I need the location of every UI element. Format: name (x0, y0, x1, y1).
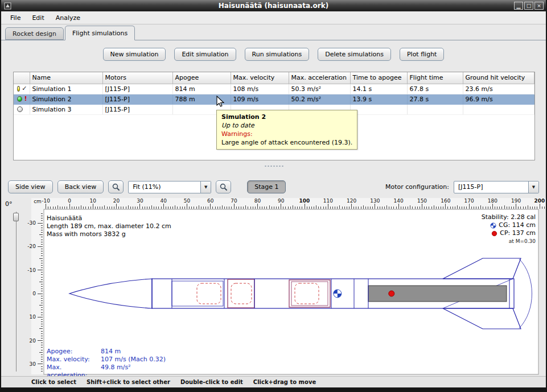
cell-max-acceleration: 50.2 m/s² (289, 94, 350, 104)
plot-flight-button[interactable]: Plot flight (400, 48, 444, 61)
cell-ground-hit-velocity: 96.9 m/s (463, 94, 534, 104)
window-icon (4, 2, 11, 10)
ruler-label: 0 (32, 291, 36, 296)
column-header-status[interactable] (14, 72, 30, 84)
window-title: Haisunäätä (haisunaata.ork) (1, 2, 546, 10)
chevron-down-icon[interactable]: ▼ (200, 181, 211, 193)
ruler-label: 50 (184, 198, 191, 204)
side-view-button[interactable]: Side view (8, 180, 53, 193)
minimize-button[interactable]: ▁ (514, 2, 523, 10)
new-simulation-button[interactable]: New simulation (103, 48, 166, 61)
tab-flight-simulations[interactable]: Flight simulations (65, 26, 135, 40)
column-header-time-to-apogee[interactable]: Time to apogee (350, 72, 407, 84)
delete-simulations-button[interactable]: Delete simulations (318, 48, 391, 61)
cell-flight-time: 27.8 s (407, 94, 463, 104)
rocket-info: Haisunäätä Length 189 cm, max. diameter … (47, 214, 171, 238)
cell-max-acceleration: 50.3 m/s² (289, 84, 350, 94)
title-bar[interactable]: Haisunäätä (haisunaata.ork) ▁ □ × (1, 0, 546, 11)
ruler-label: 170 (464, 198, 474, 204)
mach-condition: at M=0.30 (482, 237, 536, 245)
zoom-level-value: Fit (11%) (129, 183, 200, 191)
split-pane-divider[interactable] (1, 163, 546, 170)
ruler-label: 80 (254, 198, 261, 204)
menu-item-edit[interactable]: Edit (26, 13, 50, 23)
chevron-down-icon[interactable]: ▼ (528, 181, 538, 193)
magnifier-icon (112, 183, 120, 191)
column-header-max-velocity[interactable]: Max. velocity (231, 72, 289, 84)
ruler-label: 200 (534, 198, 545, 204)
ruler-label: 160 (441, 198, 450, 204)
column-header-apogee[interactable]: Apogee (172, 72, 231, 84)
cell-name: Simulation 3 (30, 104, 102, 114)
status-cell (14, 104, 30, 114)
mouse-cursor (215, 96, 226, 107)
cg-value: CG: 114 cm (499, 221, 536, 229)
splitter-handle-icon (264, 165, 283, 167)
stage-1-toggle[interactable]: Stage 1 (247, 180, 286, 193)
ruler-label: 20 (30, 338, 36, 344)
ruler-label: 140 (394, 198, 404, 204)
close-button[interactable]: × (534, 2, 544, 10)
rocket-view-area: cm -100102030405060708090100110120130140… (1, 198, 546, 376)
ruler-label: -10 (27, 267, 36, 273)
menu-item-analyze[interactable]: Analyze (50, 13, 86, 23)
edit-simulation-button[interactable]: Edit simulation (174, 48, 236, 61)
zoom-in-button[interactable] (108, 180, 124, 193)
cell-name: Simulation 1 (30, 84, 102, 94)
maximize-button[interactable]: □ (524, 2, 533, 10)
column-header-ground-hit-velocity[interactable]: Ground hit velocity (463, 72, 534, 84)
rotation-slider[interactable] (13, 212, 19, 372)
status-hint: Shift+click to select other (87, 379, 170, 385)
menu-bar: FileEditAnalyze (1, 11, 546, 24)
status-ball-icon (17, 86, 20, 92)
max-velocity-label: Max. velocity: (47, 356, 101, 364)
simulation-row[interactable]: !Simulation 2[J115-P]788 m109 m/s50.2 m/… (14, 94, 534, 104)
menu-item-file[interactable]: File (5, 13, 26, 23)
column-header-flight-time[interactable]: Flight time (407, 72, 463, 84)
status-cell: ✓ (14, 84, 30, 94)
ruler-label: 110 (323, 198, 333, 204)
slider-handle[interactable] (13, 213, 19, 221)
cell-motors: [J115-P] (102, 94, 172, 104)
rocket-dimensions: Length 189 cm, max. diameter 10.2 cm (47, 222, 171, 230)
zoom-fit-button[interactable] (216, 180, 231, 193)
zoom-level-select[interactable]: Fit (11%) ▼ (128, 181, 211, 193)
rocket-mass: Mass with motors 3832 g (47, 230, 171, 238)
column-header-name[interactable]: Name (30, 72, 102, 84)
stability-value: Stability: 2.28 cal (482, 213, 536, 221)
simulation-toolbar: New simulationEdit simulationRun simulat… (1, 48, 546, 61)
main-window: Haisunäätä (haisunaata.ork) ▁ □ × FileEd… (0, 0, 547, 392)
magnifier-icon (220, 183, 228, 191)
ruler-label: 10 (90, 198, 97, 204)
motor-configuration-select[interactable]: [J115-P] ▼ (454, 181, 539, 193)
simulation-row[interactable]: ✓Simulation 1[J115-P]814 m108 m/s50.3 m/… (14, 84, 534, 94)
max-velocity-value: 107 m/s (Mach 0.32) (101, 356, 166, 364)
status-ball-icon (17, 96, 22, 102)
ruler-label: -20 (27, 244, 36, 249)
ruler-label: 100 (299, 198, 310, 204)
column-header-motors[interactable]: Motors (102, 72, 172, 84)
ruler-label: 90 (278, 198, 285, 204)
tooltip-warnings-label: Warnings: (221, 130, 352, 138)
column-header-max-acceleration[interactable]: Max. acceleration (289, 72, 350, 84)
ruler-label: -30 (27, 220, 36, 226)
tooltip-title: Simulation 2 (221, 113, 352, 121)
tab-rocket-design[interactable]: Rocket design (5, 27, 64, 40)
cell-time-to-apogee: 13.9 s (350, 94, 407, 104)
status-hint: Click+drag to move (253, 379, 316, 385)
cell-flight-time (407, 104, 463, 114)
back-view-button[interactable]: Back view (57, 180, 104, 193)
status-mark-icon: ! (24, 96, 27, 102)
flight-data-summary: Apogee: 814 m Max. velocity: 107 m/s (Ma… (47, 348, 166, 379)
cell-name: Simulation 2 (30, 94, 102, 104)
cell-max-velocity: 109 m/s (231, 94, 289, 104)
run-simulations-button[interactable]: Run simulations (245, 48, 310, 61)
cell-motors: [J115-P] (102, 84, 172, 94)
cell-motors: [J115-P] (102, 104, 172, 114)
cg-icon (490, 222, 496, 229)
ruler-label: 190 (511, 198, 521, 204)
motor-configuration-value: [J115-P] (454, 183, 528, 191)
rotation-angle-label: 0° (5, 200, 13, 208)
cell-time-to-apogee (350, 104, 407, 114)
status-mark-icon: ✓ (22, 86, 27, 92)
